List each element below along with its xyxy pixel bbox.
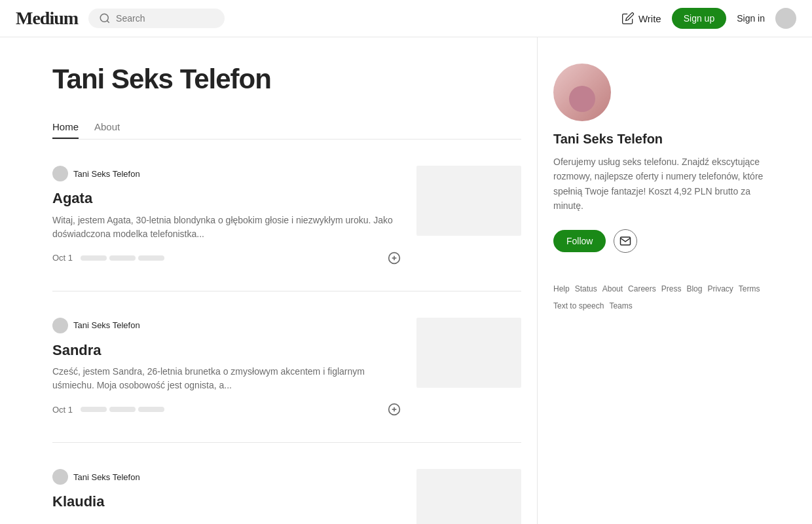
search-input[interactable]: [116, 13, 214, 24]
write-button[interactable]: Write: [621, 12, 661, 25]
footer-link-terms[interactable]: Terms: [739, 284, 760, 296]
post-title[interactable]: Agata: [52, 189, 401, 208]
post-thumbnail[interactable]: [416, 166, 521, 236]
search-bar: [88, 9, 225, 28]
signin-button[interactable]: Sign in: [737, 13, 765, 24]
post-content: Tani Seks Telefon Sandra Cześć, jestem S…: [52, 318, 401, 417]
svg-point-0: [100, 14, 108, 22]
post-date: Oct 1: [52, 253, 73, 263]
tabs: Home About: [52, 116, 521, 140]
reading-dot: [81, 255, 107, 261]
header-actions: Write Sign up Sign in: [621, 8, 796, 29]
post-author-name[interactable]: Tani Seks Telefon: [73, 320, 140, 330]
footer-links: Help Status About Careers Press Blog Pri…: [553, 284, 770, 310]
footer-link-status[interactable]: Status: [575, 284, 597, 296]
reading-bar: [81, 407, 164, 412]
post-content: Tani Seks Telefon Agata Witaj, jestem Ag…: [52, 166, 401, 265]
post-item: Tani Seks Telefon Sandra Cześć, jestem S…: [52, 318, 521, 443]
subscribe-button[interactable]: [614, 229, 637, 253]
sidebar-bio: Oferujemy usług seks telefonu. Znajdź ek…: [553, 155, 770, 214]
post-thumbnail[interactable]: [416, 318, 521, 388]
post-author-avatar: [52, 166, 68, 181]
reading-dot: [81, 407, 107, 412]
footer-link-about[interactable]: About: [602, 284, 623, 296]
page-title: Tani Seks Telefon: [52, 64, 521, 95]
mail-icon: [619, 235, 631, 247]
sidebar-author-avatar: [553, 64, 611, 121]
reading-dot: [138, 255, 164, 261]
footer-link-careers[interactable]: Careers: [628, 284, 656, 296]
pencil-icon: [621, 12, 635, 25]
post-thumbnail[interactable]: [416, 469, 521, 524]
post-author-name[interactable]: Tani Seks Telefon: [73, 169, 140, 179]
post-meta: Oct 1: [52, 252, 401, 265]
post-author-row: Tani Seks Telefon: [52, 166, 401, 181]
avatar[interactable]: [775, 8, 796, 29]
post-title[interactable]: Klaudia: [52, 493, 401, 512]
post-item: Tani Seks Telefon Klaudia: [52, 469, 521, 524]
sidebar-actions: Follow: [553, 229, 770, 253]
footer-link-press[interactable]: Press: [661, 284, 682, 296]
header: Medium Write Sign up Sign in: [0, 0, 812, 37]
follow-button[interactable]: Follow: [553, 230, 606, 252]
post-excerpt: Cześć, jestem Sandra, 26-letnia brunetka…: [52, 365, 401, 392]
footer-link-tts[interactable]: Text to speech: [553, 301, 604, 310]
post-author-avatar: [52, 469, 68, 485]
post-item: Tani Seks Telefon Agata Witaj, jestem Ag…: [52, 166, 521, 291]
post-author-row: Tani Seks Telefon: [52, 318, 401, 333]
footer-link-blog[interactable]: Blog: [686, 284, 702, 296]
search-icon: [99, 12, 111, 24]
medium-logo[interactable]: Medium: [16, 8, 78, 29]
plus-icon: [388, 403, 401, 416]
signup-button[interactable]: Sign up: [672, 8, 726, 29]
sidebar-author-name: Tani Seks Telefon: [553, 132, 770, 147]
page-layout: Tani Seks Telefon Home About Tani Seks T…: [0, 37, 812, 524]
footer-link-privacy[interactable]: Privacy: [707, 284, 733, 296]
post-excerpt: Witaj, jestem Agata, 30-letnia blondynka…: [52, 214, 401, 241]
tab-home[interactable]: Home: [52, 116, 79, 139]
post-date: Oct 1: [52, 405, 73, 415]
tab-about[interactable]: About: [94, 116, 120, 139]
svg-line-1: [107, 20, 109, 22]
add-to-list-button[interactable]: [388, 403, 401, 416]
main-content: Tani Seks Telefon Home About Tani Seks T…: [0, 37, 537, 524]
plus-icon: [388, 252, 401, 265]
post-author-row: Tani Seks Telefon: [52, 469, 401, 485]
post-content: Tani Seks Telefon Klaudia: [52, 469, 401, 524]
post-author-avatar: [52, 318, 68, 333]
post-author-name[interactable]: Tani Seks Telefon: [73, 472, 140, 482]
reading-bar: [81, 255, 164, 261]
reading-dot: [109, 407, 136, 412]
add-to-list-button[interactable]: [388, 252, 401, 265]
reading-dot: [109, 255, 136, 261]
post-title[interactable]: Sandra: [52, 341, 401, 360]
sidebar: Tani Seks Telefon Oferujemy usług seks t…: [537, 37, 786, 524]
post-meta: Oct 1: [52, 403, 401, 416]
footer-link-teams[interactable]: Teams: [609, 301, 632, 310]
reading-dot: [138, 407, 164, 412]
footer-link-help[interactable]: Help: [553, 284, 570, 296]
